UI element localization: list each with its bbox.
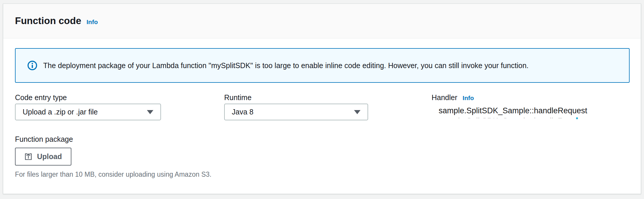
function-code-panel: Function codeInfo The deployment package…: [3, 4, 641, 194]
field-runtime: Runtime Java 8: [224, 93, 368, 120]
runtime-label: Runtime: [224, 93, 251, 102]
runtime-value: Java 8: [232, 108, 254, 116]
upload-icon: [24, 153, 32, 161]
function-package-label: Function package: [15, 135, 73, 144]
page: Function codeInfo The deployment package…: [0, 0, 644, 199]
upload-helper-text: For files larger than 10 MB, consider up…: [15, 171, 212, 178]
handler-ghost-artifact: sample.SplitSDK_Sample::handleRequest: [432, 116, 637, 118]
panel-header: Function codeInfo: [3, 4, 641, 38]
text-cursor-artifact: [576, 117, 578, 119]
upload-button[interactable]: Upload: [15, 148, 71, 166]
alert-message: The deployment package of your Lambda fu…: [43, 60, 529, 70]
info-alert: The deployment package of your Lambda fu…: [15, 48, 630, 83]
handler-info-link[interactable]: Info: [463, 95, 474, 101]
field-code-entry-type: Code entry type Upload a .zip or .jar fi…: [15, 93, 161, 120]
code-entry-type-label: Code entry type: [15, 93, 67, 102]
runtime-select[interactable]: Java 8: [224, 104, 368, 120]
panel-info-link[interactable]: Info: [87, 18, 98, 25]
code-entry-type-value: Upload a .zip or .jar file: [23, 108, 98, 116]
upload-button-label: Upload: [37, 152, 62, 161]
code-entry-type-select[interactable]: Upload a .zip or .jar file: [15, 104, 161, 120]
panel-title: Function code: [15, 15, 81, 26]
handler-label-row: HandlerInfo: [432, 93, 637, 102]
handler-label: Handler: [432, 93, 457, 102]
caret-down-icon: [147, 110, 153, 114]
handler-input[interactable]: sample.SplitSDK_Sample::handleRequest: [432, 106, 637, 115]
field-handler: HandlerInfo sample.SplitSDK_Sample::hand…: [432, 93, 637, 118]
caret-down-icon: [354, 110, 360, 114]
info-icon: [27, 60, 37, 70]
